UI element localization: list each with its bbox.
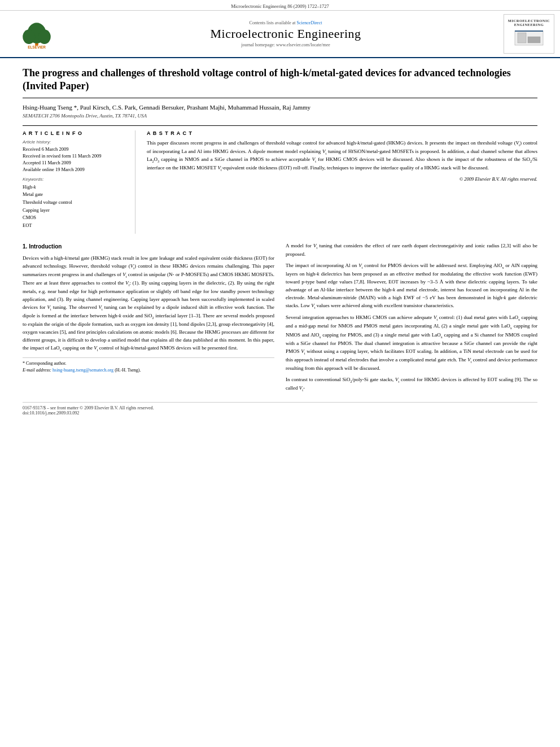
svg-point-3	[23, 29, 35, 44]
authors-line: Hsing-Huang Tseng *, Paul Kirsch, C.S. P…	[23, 104, 537, 111]
col2-p1: A model for Vt tuning that considers the…	[286, 242, 537, 259]
article-title: The progress and challenges of threshold…	[23, 67, 537, 98]
issn-line: 0167-9317/$ – see front matter © 2009 El…	[23, 405, 537, 410]
keyword-2: Metal gate	[23, 191, 126, 199]
abstract-heading: A B S T R A C T	[147, 130, 537, 136]
accepted-date: Accepted 11 March 2009	[23, 160, 126, 165]
doi-line: doi:10.1016/j.mee.2009.03.092	[23, 410, 537, 416]
online-date: Available online 19 March 2009	[23, 167, 126, 172]
keyword-1: High-k	[23, 184, 126, 191]
copyright-notice: © 2009 Elsevier B.V. All rights reserved…	[147, 176, 537, 182]
keyword-4: Capping layer	[23, 207, 126, 215]
svg-point-4	[38, 29, 51, 44]
journal-logo-graphic	[512, 28, 546, 48]
revised-date: Received in revised form 11 March 2009	[23, 153, 126, 159]
keyword-6: EOT	[23, 222, 126, 230]
body-column-2: A model for Vt tuning that considers the…	[286, 242, 537, 396]
col2-p2: The impact of incorporating Al on Vt con…	[286, 262, 537, 311]
col2-p3: Several integration approaches to HKMG C…	[286, 314, 537, 372]
keyword-5: CMOS	[23, 214, 126, 222]
journal-banner: ELSEVIER Contents lists available at Sci…	[0, 11, 560, 58]
abstract-column: A B S T R A C T This paper discusses rec…	[147, 130, 537, 234]
footnote-star: * Corresponding author.	[23, 360, 274, 367]
article-info-column: A R T I C L E I N F O Article history: R…	[23, 130, 135, 234]
footnote-area: * Corresponding author. E-mail address: …	[23, 357, 274, 374]
abstract-text: This paper discusses recent progress in …	[147, 139, 537, 173]
body-column-1: 1. Introduction Devices with a high-k/me…	[23, 242, 274, 396]
journal-citation: Microelectronic Engineering 86 (2009) 17…	[0, 0, 560, 11]
col2-p4: In contrast to conventional SiO2/poly-Si…	[286, 376, 537, 393]
svg-rect-8	[528, 37, 540, 43]
keywords-list: High-k Metal gate Threshold voltage cont…	[23, 184, 126, 230]
article-history-group: Article history: Received 6 March 2009 R…	[23, 139, 126, 172]
journal-logo-box: MICROELECTRONIC ENGINEERING	[504, 14, 554, 54]
sciencedirect-line: Contents lists available at ScienceDirec…	[68, 20, 504, 25]
affiliation-line: SEMATECH 2706 Montopolis Drive, Austin, …	[23, 113, 537, 119]
intro-p1: Devices with a high-k/metal gate (HKMG) …	[23, 255, 274, 353]
journal-homepage: journal homepage: www.elsevier.com/locat…	[68, 42, 504, 47]
keywords-group: Keywords: High-k Metal gate Threshold vo…	[23, 177, 126, 230]
footnote-email: E-mail address: hsing-huang.tseng@semate…	[23, 367, 274, 374]
article-info-heading: A R T I C L E I N F O	[23, 130, 126, 136]
main-content: The progress and challenges of threshold…	[0, 58, 560, 427]
keyword-3: Threshold voltage control	[23, 199, 126, 207]
journal-title: Microelectronic Engineering	[68, 27, 504, 41]
history-label: Article history:	[23, 139, 126, 145]
article-info-abstract-section: A R T I C L E I N F O Article history: R…	[23, 125, 537, 234]
body-section: 1. Introduction Devices with a high-k/me…	[23, 242, 537, 396]
sciencedirect-link[interactable]: ScienceDirect	[297, 20, 322, 25]
banner-center: Contents lists available at ScienceDirec…	[68, 20, 504, 47]
keywords-label: Keywords:	[23, 177, 126, 182]
intro-section-title: 1. Introduction	[23, 242, 274, 251]
elsevier-logo-svg: ELSEVIER	[11, 19, 62, 50]
bottom-meta: 0167-9317/$ – see front matter © 2009 El…	[23, 402, 537, 416]
svg-rect-7	[518, 33, 526, 43]
received-date: Received 6 March 2009	[23, 146, 126, 152]
elsevier-logo-container: ELSEVIER	[6, 19, 68, 50]
svg-text:ELSEVIER: ELSEVIER	[28, 45, 46, 49]
